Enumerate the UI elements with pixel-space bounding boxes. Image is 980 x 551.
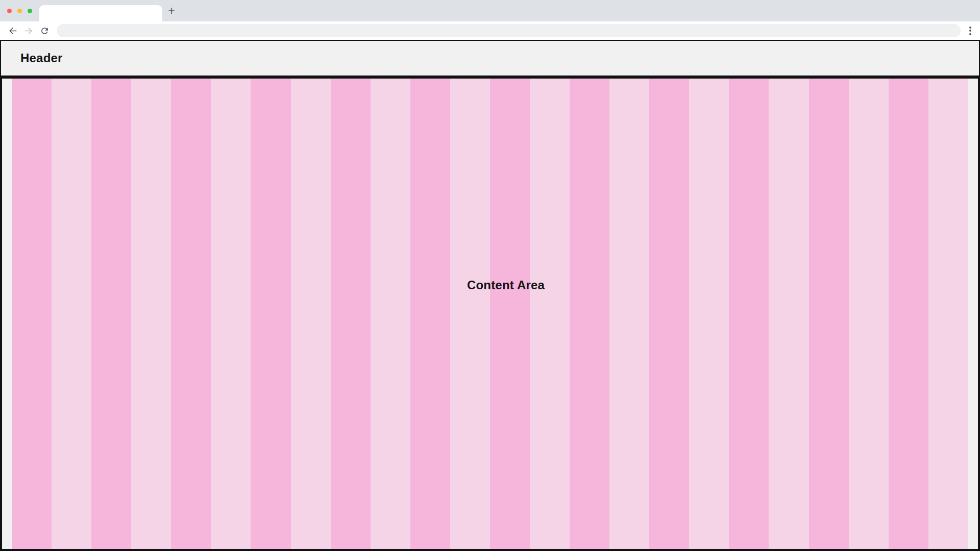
- more-menu-icon: [969, 27, 971, 29]
- close-window-button[interactable]: [7, 9, 12, 13]
- stripe-column: [12, 79, 52, 549]
- stripe-column: [889, 79, 928, 549]
- stripe-column: [490, 79, 530, 549]
- browser-menu-button[interactable]: [967, 25, 974, 36]
- stripe-column: [371, 79, 410, 549]
- stripe-column: [769, 79, 808, 549]
- page-viewport: Header Content Area: [0, 40, 980, 551]
- minimize-window-button[interactable]: [17, 9, 22, 13]
- stripe-column: [171, 79, 211, 549]
- page-header: Header: [0, 40, 980, 77]
- new-tab-button[interactable]: +: [164, 0, 179, 21]
- zoom-window-button[interactable]: [28, 9, 32, 13]
- back-arrow-icon: [8, 26, 18, 36]
- content-area: Content Area: [0, 77, 980, 551]
- stripe-column: [729, 79, 769, 549]
- stripe-column: [410, 79, 450, 549]
- reload-icon: [40, 26, 50, 36]
- browser-toolbar: [0, 21, 980, 40]
- stripe-column: [91, 79, 131, 549]
- browser-tab[interactable]: [39, 5, 162, 21]
- stripe-column: [450, 79, 490, 549]
- stripe-column: [52, 79, 91, 549]
- stripe-column: [211, 79, 251, 549]
- stripe-column: [649, 79, 689, 549]
- reload-button[interactable]: [39, 25, 50, 36]
- page-header-title: Header: [20, 51, 63, 65]
- window-controls: [7, 0, 32, 21]
- stripe-column: [251, 79, 290, 549]
- stripe-column: [609, 79, 649, 549]
- stripe-pattern: [12, 79, 968, 549]
- forward-arrow-icon: [23, 26, 33, 36]
- stripe-column: [849, 79, 889, 549]
- stripe-column: [928, 79, 968, 549]
- stripe-column: [131, 79, 171, 549]
- forward-button[interactable]: [22, 25, 34, 36]
- stripe-column: [689, 79, 729, 549]
- stripe-column: [291, 79, 331, 549]
- stripe-column: [809, 79, 849, 549]
- back-button[interactable]: [7, 25, 18, 36]
- address-bar-input[interactable]: [57, 24, 961, 37]
- stripe-column: [570, 79, 609, 549]
- tab-bar: +: [0, 0, 980, 21]
- browser-window: + Header Co: [0, 0, 980, 551]
- stripe-column: [530, 79, 570, 549]
- stripe-column: [331, 79, 371, 549]
